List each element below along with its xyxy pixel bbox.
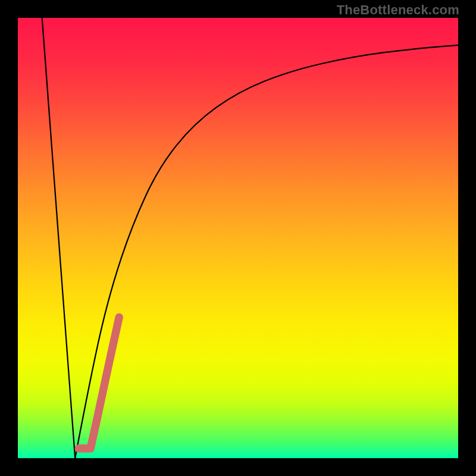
chart-plot-area (18, 18, 458, 458)
watermark-label: TheBottleneck.com (337, 2, 459, 18)
chart-svg (18, 18, 458, 458)
chart-frame: TheBottleneck.com (0, 0, 476, 476)
gradient-background (18, 18, 458, 458)
